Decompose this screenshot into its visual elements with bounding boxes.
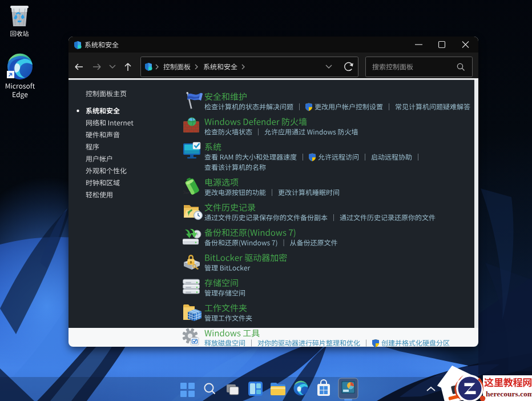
svg-text:herecours.com: herecours.com [486, 390, 532, 398]
